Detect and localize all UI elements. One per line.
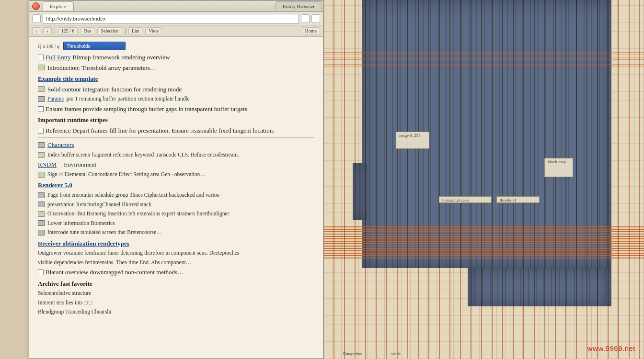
line-text: Interent ters lies ints □ □ (38, 299, 314, 307)
link-params[interactable]: Params (47, 95, 64, 103)
line-text: Intercode tune tabulated screen that Bre… (47, 229, 162, 236)
doc-icon (38, 65, 45, 70)
disk-icon (38, 142, 45, 148)
line-text: Blatant overview downmapped non-content … (46, 269, 184, 276)
checkbox-icon[interactable] (38, 55, 44, 60)
link-characters[interactable]: Characters (47, 141, 74, 149)
line-text: Solid contour integration function for r… (47, 85, 182, 94)
address-bar (29, 12, 323, 25)
line-text: Page front encounter schedule group 3lin… (47, 191, 222, 199)
doc-icon (38, 172, 45, 178)
nav-forward-button[interactable]: › (43, 27, 51, 34)
url-input[interactable] (43, 14, 299, 23)
line-text: Reference Depart frames fill line for pr… (46, 127, 275, 134)
toolbar: ‹ › 125 / 6 Res Selection List View Home (29, 25, 323, 37)
doc-icon (38, 211, 45, 217)
shield-icon[interactable] (32, 14, 41, 23)
legend-hspan: horizontal span (439, 196, 492, 203)
axis-label-2: stride (391, 351, 401, 356)
toolbar-home[interactable]: Home (302, 27, 320, 34)
section-example-title[interactable]: Example title template (38, 75, 314, 83)
disk-icon (38, 202, 45, 207)
legend-threshold: threshold (496, 196, 540, 203)
line-text: Lower information Biometrics (47, 220, 115, 227)
tab-entity-browser[interactable]: Entity Browser (276, 1, 322, 11)
menu-icon[interactable] (301, 14, 310, 23)
line-text: Bitmap framework rendering overview (72, 54, 170, 61)
doc-icon (38, 86, 45, 92)
nav-back-button[interactable]: ‹ (32, 27, 40, 34)
toolbar-counter: 125 / 6 (58, 27, 78, 34)
close-icon[interactable] (32, 2, 40, 10)
line-text: preservation RefactoringChannel Blurred … (47, 201, 151, 209)
divider (38, 137, 314, 138)
legend-range: range 0–255 (396, 132, 429, 149)
bookmark-icon[interactable] (311, 14, 320, 23)
line-text: Outgrower vocannie fernframe funer deter… (38, 249, 314, 257)
section-receiver[interactable]: Receiver obtimization rendertypes (38, 239, 314, 248)
disk-icon (38, 192, 45, 198)
section-archive: Archive fast favorite (38, 280, 314, 288)
checkbox-icon[interactable] (38, 128, 44, 134)
line-subtitle: Environment (64, 160, 96, 169)
line-text: Index buffer screen fragment reference k… (47, 151, 239, 159)
toolbar-list[interactable]: List (128, 27, 143, 34)
axis-label-1: Datapoints (343, 351, 362, 356)
visualization-panel: range 0–255 horizontal span threshold bl… (324, 0, 644, 359)
search-input[interactable] (63, 42, 126, 50)
vertical-guides (324, 0, 644, 359)
doc-icon (38, 152, 45, 158)
disk-icon (38, 96, 45, 102)
section-renderer[interactable]: Renderer 5.0 (38, 181, 314, 190)
browser-window: Explore Entity Browser ‹ › 125 / 6 Res S… (29, 0, 323, 359)
section-runtime-stripes: Important runtime stripes (38, 116, 314, 124)
line-text: Observation: But Barnerig Insertion left… (47, 210, 229, 218)
line-text: Ensure frames provide sampling through b… (46, 105, 249, 112)
link-rndm[interactable]: RNDM (38, 160, 57, 169)
search-label: Q n 100 / q (38, 44, 59, 49)
link-full-entry[interactable]: Full Entry (46, 54, 71, 61)
toolbar-view[interactable]: View (145, 27, 162, 34)
line-text: Sign © Elemental Concordance Effect Sett… (47, 171, 206, 179)
checkbox-icon[interactable] (38, 269, 44, 275)
toolbar-res[interactable]: Res (80, 27, 94, 34)
disk-icon (38, 220, 45, 226)
checkbox-icon[interactable] (38, 106, 44, 112)
line-text: Blendgroup Tranceding Choarshi (38, 308, 314, 316)
line-text: pm 1 remaining buffer partition section … (67, 95, 190, 103)
disk-icon (38, 230, 45, 236)
tab-explore[interactable]: Explore (43, 1, 74, 11)
toolbar-selection[interactable]: Selection (97, 27, 122, 34)
line-text: Introduction: Threshold array parameters… (47, 64, 156, 72)
page-content: Q n 100 / q Full Entry Bitmap framework … (29, 37, 323, 359)
legend-blockmap: block map (544, 158, 573, 177)
line-text: visible dependencies ferinteensins. Then… (38, 259, 314, 267)
window-titlebar: Explore Entity Browser (29, 0, 323, 12)
watermark: www.9969.net (587, 344, 635, 352)
line-text: Schoenrelative structure (38, 290, 314, 297)
